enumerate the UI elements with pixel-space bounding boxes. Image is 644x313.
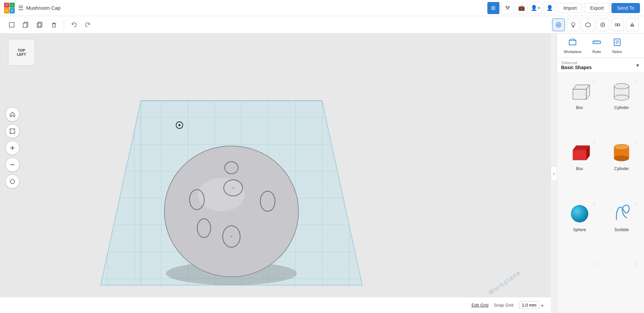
svg-point-77	[614, 144, 629, 150]
copy-button[interactable]	[19, 18, 32, 31]
svg-marker-11	[586, 22, 590, 27]
shape-category[interactable]: Tinkercad Basic Shapes ▼	[557, 58, 644, 73]
shape-label-box-wire: Box	[576, 105, 583, 110]
logo-k: K	[10, 8, 15, 13]
shape-box-solid[interactable]: ☆ Box	[561, 138, 598, 194]
shape-placeholder-2[interactable]: ☆	[603, 260, 640, 309]
import-button[interactable]: Import	[558, 3, 583, 13]
svg-marker-61	[573, 89, 586, 99]
category-name: Basic Shapes	[561, 65, 592, 70]
svg-rect-15	[615, 24, 617, 26]
notes-label: Notes	[612, 50, 622, 54]
bulb-icon-button[interactable]	[567, 18, 580, 31]
shape-cylinder-solid[interactable]: ☆ Cylinder	[603, 138, 640, 194]
redo-button[interactable]	[82, 18, 94, 31]
svg-rect-16	[618, 24, 620, 26]
svg-point-9	[557, 24, 559, 26]
project-name: Mushroom Cap	[26, 5, 61, 11]
bottombar: Edit Grid Snap Grid 1.0 mm ▲	[0, 297, 551, 313]
category-dropdown-arrow[interactable]: ▼	[635, 63, 640, 68]
toolbar	[0, 16, 644, 34]
mirror-icon-button[interactable]	[626, 18, 639, 31]
star-box-solid[interactable]: ☆	[592, 140, 597, 145]
topbar: T I N K ☰ Mushroom Cap ⊞ ⚒ 💼 👤+ 👤 Import…	[0, 0, 644, 16]
svg-point-39	[232, 187, 234, 189]
workplane-label: Workplane	[564, 50, 581, 54]
ruler-icon	[592, 38, 601, 49]
delete-button[interactable]	[48, 18, 60, 31]
shape-label-scribble: Scribble	[614, 227, 629, 232]
svg-point-78	[571, 205, 588, 222]
shape-thumb-scribble	[608, 202, 635, 225]
edit-grid-button[interactable]: Edit Grid	[472, 303, 489, 308]
ruler-label: Ruler	[592, 50, 601, 54]
canvas-area[interactable]: TOP LEFT	[0, 34, 551, 313]
star-scribble[interactable]: ☆	[634, 201, 639, 206]
star-cylinder-wire[interactable]: ☆	[634, 79, 639, 84]
workplane-svg: ≡ ✕	[0, 34, 551, 313]
shape-label-cylinder-wire: Cylinder	[614, 105, 629, 110]
snap-value[interactable]: 1.0 mm	[519, 301, 539, 309]
workplane-tool[interactable]: Workplane	[561, 36, 584, 55]
shape-thumb-box-solid	[566, 141, 593, 164]
toolbar-right	[552, 18, 639, 31]
shape-icon-button[interactable]	[582, 18, 594, 31]
align-icon-button[interactable]	[596, 18, 609, 31]
svg-point-36	[164, 146, 299, 277]
add-user-button[interactable]: 👤+	[530, 2, 542, 14]
svg-rect-2	[23, 23, 27, 28]
shape-placeholder-1[interactable]: ☆	[561, 260, 598, 309]
notes-tool[interactable]: Notes	[609, 36, 625, 55]
shape-thumb-cylinder-wire	[608, 80, 635, 103]
snap-arrow-icon[interactable]: ▲	[541, 303, 544, 307]
shape-thumb-placeholder-1	[566, 263, 593, 286]
briefcase-button[interactable]: 💼	[516, 2, 528, 14]
star-sphere-solid[interactable]: ☆	[592, 201, 597, 206]
svg-rect-48	[569, 40, 576, 45]
star-cylinder-solid[interactable]: ☆	[634, 140, 639, 145]
svg-point-10	[572, 22, 575, 26]
shape-scribble[interactable]: ☆ Scribble	[603, 199, 640, 255]
ruler-tool[interactable]: Ruler	[589, 36, 604, 55]
undo-button[interactable]	[67, 18, 80, 31]
svg-point-44	[231, 236, 232, 237]
logo-i: I	[10, 3, 15, 8]
shape-thumb-placeholder-2	[608, 263, 635, 286]
shape-thumb-sphere-solid	[566, 202, 593, 225]
star-placeholder-2[interactable]: ☆	[634, 261, 639, 267]
star-box-wire[interactable]: ☆	[592, 79, 597, 84]
tools-button[interactable]: ⚒	[501, 2, 514, 14]
shape-sphere-solid[interactable]: ☆ Sphere	[561, 199, 598, 255]
logo-t: T	[4, 3, 9, 8]
main: TOP LEFT	[0, 34, 644, 313]
notes-icon	[612, 38, 622, 49]
camera-icon-button[interactable]	[552, 18, 565, 31]
panel-collapse-button[interactable]: ›	[551, 166, 557, 180]
svg-marker-70	[573, 150, 586, 160]
group-icon-button[interactable]	[611, 18, 624, 31]
shape-box-wire[interactable]: ☆	[561, 77, 598, 133]
star-placeholder-1[interactable]: ☆	[592, 261, 597, 267]
svg-marker-19	[633, 23, 634, 27]
panel-topbar: Workplane Ruler Notes	[557, 34, 644, 58]
shape-cylinder-wire[interactable]: ☆ Cylinder	[603, 77, 640, 133]
shape-thumb-cylinder-solid	[608, 141, 635, 164]
new-button[interactable]	[5, 18, 18, 31]
grid-view-button[interactable]: ⊞	[487, 2, 499, 14]
snap-grid-label: Snap Grid	[494, 303, 514, 308]
app-title: ☰ Mushroom Cap	[18, 4, 61, 12]
export-button[interactable]: Export	[584, 3, 609, 13]
shape-label-box-solid: Box	[576, 166, 583, 171]
shape-label-cylinder-solid: Cylinder	[614, 166, 629, 171]
category-prefix: Tinkercad	[561, 61, 592, 65]
shape-thumb-box-wire	[566, 80, 593, 103]
svg-point-76	[614, 156, 629, 161]
svg-marker-18	[630, 23, 632, 27]
svg-point-47	[178, 124, 180, 126]
svg-rect-4	[37, 23, 41, 28]
avatar-button[interactable]: 👤	[544, 2, 556, 14]
logo-n: N	[4, 8, 9, 13]
send-to-button[interactable]: Send To	[611, 3, 640, 13]
duplicate-button[interactable]	[34, 18, 46, 31]
right-panel: Workplane Ruler Notes Tinkercad Basic Sh…	[557, 34, 644, 313]
